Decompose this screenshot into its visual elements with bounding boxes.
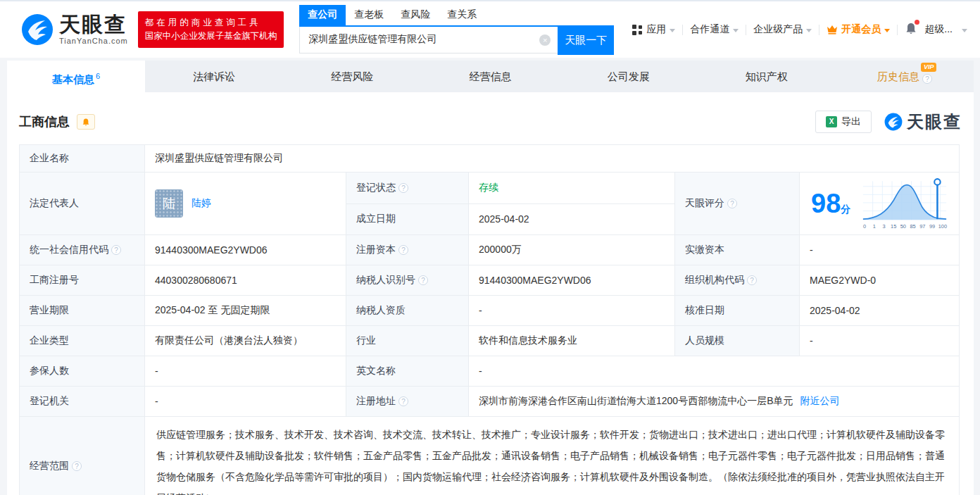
help-icon[interactable]: ? xyxy=(72,461,82,471)
tab-history-label: 历史信息 xyxy=(877,70,919,82)
nav-vip[interactable]: 开通会员 xyxy=(827,23,890,36)
top-bar: 天眼查 TianYanCha.com 都在用的商业查询工具 国家中小企业发展子基… xyxy=(0,0,980,58)
tab-ip[interactable]: 知识产权 xyxy=(698,61,836,92)
tab-ip-label: 知识产权 xyxy=(746,70,788,82)
nav-vip-label: 开通会员 xyxy=(841,23,881,36)
table-row: 营业期限 2025-04-02 至 无固定期限 纳税人资质 - 核准日期 202… xyxy=(20,296,959,326)
svg-text:97: 97 xyxy=(920,223,926,230)
vip-badge: VIP xyxy=(921,63,937,72)
nav-apps-label: 应用 xyxy=(646,23,666,36)
subscribe-alert-button[interactable] xyxy=(77,114,95,130)
taxpayer-quality-label: 纳税人资质 xyxy=(346,296,469,325)
brand-domain: TianYanCha.com xyxy=(59,37,128,45)
table-row: 登记机关 - 注册地址? 深圳市前海深港合作区南山街道怡海大道1200号西部物流… xyxy=(20,387,959,417)
tab-history[interactable]: 历史信息VIP? xyxy=(836,61,974,92)
help-icon[interactable]: ? xyxy=(398,183,408,193)
org-code-label-text: 组织机构代码 xyxy=(685,274,744,287)
tianyancha-logo[interactable]: 天眼查 TianYanCha.com xyxy=(21,13,128,46)
svg-text:15: 15 xyxy=(891,223,896,230)
status-date-subgrid: 登记状态? 存续 成立日期 2025-04-02 xyxy=(346,173,675,234)
tab-operation[interactable]: 经营信息 xyxy=(421,61,559,92)
search-tab-relation[interactable]: 查关系 xyxy=(439,5,485,25)
tab-development[interactable]: 公司发展 xyxy=(560,61,698,92)
nav-enterprise-label: 企业级产品 xyxy=(753,23,803,36)
reg-status-value: 存续 xyxy=(469,173,674,203)
svg-text:99: 99 xyxy=(929,223,935,230)
svg-text:3: 3 xyxy=(883,223,886,230)
nav-apps[interactable]: 应用 xyxy=(632,23,675,36)
search-tab-boss[interactable]: 查老板 xyxy=(346,5,392,25)
tab-development-label: 公司发展 xyxy=(608,70,650,82)
top-nav: 应用 合作通道 企业级产品 开通会员 xyxy=(632,22,967,38)
nav-enterprise[interactable]: 企业级产品 xyxy=(753,23,812,36)
reg-address-label: 注册地址? xyxy=(346,387,469,416)
export-button[interactable]: X 导出 xyxy=(815,111,872,133)
help-icon[interactable]: ? xyxy=(922,74,932,84)
help-icon[interactable]: ? xyxy=(398,396,408,406)
help-icon[interactable]: ? xyxy=(111,245,121,255)
chevron-down-icon xyxy=(806,29,812,32)
nav-separator xyxy=(746,25,746,35)
search-button[interactable]: 天眼一下 xyxy=(558,27,614,55)
tab-lawsuit[interactable]: 法律诉讼 xyxy=(145,61,283,92)
crown-icon xyxy=(827,25,838,35)
nearby-companies-link[interactable]: 附近公司 xyxy=(800,395,839,408)
table-row: 企业名称 深圳盛盟供应链管理有限公司 xyxy=(20,145,959,173)
industry-label: 行业 xyxy=(346,326,469,356)
search-box: 查公司 查老板 查风险 查关系 × 天眼一下 xyxy=(299,5,614,55)
chevron-down-icon xyxy=(884,29,890,32)
reg-number-label: 工商注册号 xyxy=(20,265,145,295)
reg-status-label-text: 登记状态 xyxy=(356,182,396,194)
tianyancha-logo-icon xyxy=(21,13,54,46)
chevron-down-icon xyxy=(670,29,675,32)
credit-code-value: 91440300MAEG2YWD06 xyxy=(145,235,346,265)
svg-text:100: 100 xyxy=(938,223,947,230)
nav-separator xyxy=(819,25,819,35)
nav-separator xyxy=(897,25,898,35)
taxpayer-id-label-text: 纳税人识别号 xyxy=(356,274,415,287)
business-term-label: 营业期限 xyxy=(20,296,145,325)
page-tab-bar: 基本信息6 法律诉讼 经营风险 经营信息 公司发展 知识产权 历史信息VIP? xyxy=(7,61,974,92)
table-row: 参保人数 - 英文名称 - xyxy=(20,356,959,387)
insured-count-value: - xyxy=(145,356,346,386)
table-row: 法定代表人 陆 陆婷 登记状态? 存续 成立日期 2025-04-02 天眼评分… xyxy=(20,173,959,235)
tab-risk-label: 经营风险 xyxy=(331,70,373,82)
table-row: 统一社会信用代码? 91440300MAEG2YWD06 注册资本? 20000… xyxy=(20,235,959,265)
avatar[interactable]: 陆 xyxy=(155,189,183,218)
svg-text:0: 0 xyxy=(863,223,866,230)
nav-super-vip[interactable]: 超级... xyxy=(924,23,967,36)
nav-partner[interactable]: 合作通道 xyxy=(690,23,739,36)
est-date-value: 2025-04-02 xyxy=(469,204,674,235)
legal-rep-link[interactable]: 陆婷 xyxy=(191,197,211,210)
business-scope-label: 经营范围? xyxy=(20,417,145,495)
nav-separator xyxy=(682,25,683,35)
help-icon[interactable]: ? xyxy=(398,245,408,255)
search-input[interactable] xyxy=(299,27,558,54)
business-scope-label-text: 经营范围 xyxy=(30,460,69,472)
help-icon[interactable]: ? xyxy=(727,199,737,208)
credit-code-label: 统一社会信用代码? xyxy=(20,235,145,265)
clear-icon[interactable]: × xyxy=(539,35,551,46)
search-tab-company[interactable]: 查公司 xyxy=(299,5,346,25)
staff-size-value: - xyxy=(800,326,959,356)
reg-capital-label-text: 注册资本 xyxy=(356,244,396,256)
score-cell: 98分 0 xyxy=(800,173,959,234)
search-tab-risk[interactable]: 查风险 xyxy=(392,5,439,25)
svg-text:1: 1 xyxy=(873,223,876,230)
brand-name: 天眼查 xyxy=(59,14,128,35)
tab-risk[interactable]: 经营风险 xyxy=(283,61,421,92)
score-axis-ticks: 0 1 3 15 50 85 97 99 100 xyxy=(863,223,947,230)
est-date-label: 成立日期 xyxy=(346,204,469,235)
grid-icon xyxy=(632,25,643,35)
english-name-label: 英文名称 xyxy=(346,356,469,386)
help-icon[interactable]: ? xyxy=(747,275,757,285)
help-icon[interactable]: ? xyxy=(418,275,428,285)
notification-dot xyxy=(915,20,919,25)
table-row: 工商注册号 440300280680671 纳税人识别号? 91440300MA… xyxy=(20,265,959,296)
score-label-text: 天眼评分 xyxy=(685,197,724,210)
notifications-button[interactable] xyxy=(905,22,917,38)
org-code-label: 组织机构代码? xyxy=(675,265,800,295)
tab-basic-info[interactable]: 基本信息6 xyxy=(7,61,145,92)
insured-count-label: 参保人数 xyxy=(20,356,145,386)
taxpayer-id-value: 91440300MAEG2YWD06 xyxy=(469,265,675,295)
